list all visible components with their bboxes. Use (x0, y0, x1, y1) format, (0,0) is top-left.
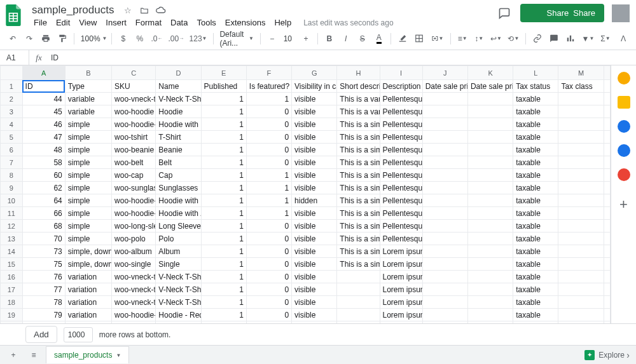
maps-icon[interactable] (618, 168, 630, 181)
cell[interactable]: Tax status (513, 80, 558, 93)
cell[interactable]: Lorem ipsum dolor sit amet, consectetur … (380, 245, 422, 258)
cell[interactable] (422, 271, 467, 283)
cell[interactable]: 1 (246, 169, 291, 182)
row-header[interactable]: 18 (1, 296, 23, 309)
cell[interactable]: taxable (513, 105, 558, 118)
cell[interactable]: simple (65, 220, 111, 233)
cell[interactable] (558, 207, 604, 220)
column-header-B[interactable]: B (65, 66, 111, 80)
cell[interactable]: 1 (201, 207, 246, 220)
menu-view[interactable]: View (74, 15, 101, 30)
borders-button[interactable] (411, 30, 427, 47)
explore-button[interactable]: ✦Explore (584, 350, 631, 360)
row-header[interactable]: 16 (1, 271, 23, 283)
cell[interactable]: simple, downloadable (65, 245, 111, 258)
cell[interactable]: visible (292, 182, 337, 194)
row-header[interactable]: 15 (1, 258, 23, 271)
cell[interactable]: Pellentesque habitant morbi tristique se… (380, 93, 422, 105)
cell[interactable]: Pellentesque habitant morbi tristique se… (380, 207, 422, 220)
cell[interactable] (558, 169, 604, 182)
tasks-icon[interactable] (618, 120, 630, 133)
cell[interactable]: 0 (246, 271, 291, 283)
cell[interactable]: Hoodie with Zipper (156, 207, 201, 220)
cell[interactable] (467, 156, 513, 169)
cell[interactable]: Pellentesque habitant morbi tristique se… (380, 194, 422, 207)
contacts-icon[interactable] (618, 144, 630, 157)
keep-icon[interactable] (618, 96, 630, 109)
cell[interactable]: 1 (201, 309, 246, 321)
cell[interactable]: Lorem ipsum dolor sit amet, consectetur … (380, 283, 422, 296)
name-box[interactable]: A1 (0, 50, 29, 65)
cell[interactable]: 75 (22, 258, 65, 271)
cell[interactable] (422, 105, 467, 118)
cell[interactable]: 0 (246, 131, 291, 144)
row-header[interactable]: 13 (1, 233, 23, 245)
cell[interactable] (467, 93, 513, 105)
cell[interactable]: visible (292, 233, 337, 245)
cell[interactable]: This is a simple (337, 156, 380, 169)
cell[interactable]: 0 (246, 105, 291, 118)
bold-button[interactable]: B (322, 30, 337, 47)
cell[interactable]: simple (65, 144, 111, 156)
cell[interactable] (558, 271, 604, 283)
row-header[interactable]: 4 (1, 118, 23, 131)
row-header[interactable]: 11 (1, 207, 23, 220)
row-header[interactable]: 6 (1, 144, 23, 156)
decrease-decimals-button[interactable]: .0← (149, 30, 165, 47)
column-header-J[interactable]: J (422, 66, 467, 80)
cell[interactable]: 1 (201, 283, 246, 296)
column-header-I[interactable]: I (380, 66, 422, 80)
cell[interactable]: 1 (201, 93, 246, 105)
cell[interactable]: This is a simple (337, 131, 380, 144)
cell[interactable]: Pellentesque habitant morbi tristique se… (380, 169, 422, 182)
paint-format-button[interactable] (55, 30, 70, 47)
cell[interactable]: variable (65, 93, 111, 105)
cell[interactable]: woo-hoodie-with (112, 118, 156, 131)
cell[interactable]: V-Neck T-Shirt - (156, 271, 201, 283)
cell[interactable]: 1 (201, 258, 246, 271)
menu-tools[interactable]: Tools (192, 15, 220, 30)
cell[interactable]: 0 (246, 220, 291, 233)
menu-file[interactable]: File (29, 15, 52, 30)
cell[interactable]: Pellentesque habitant morbi tristique se… (380, 220, 422, 233)
row-header[interactable]: 17 (1, 283, 23, 296)
cell[interactable]: 1 (246, 194, 291, 207)
cell[interactable]: taxable (513, 118, 558, 131)
more-formats-button[interactable]: 123▼ (188, 30, 209, 47)
cloud-status-icon[interactable] (156, 5, 166, 15)
cell[interactable]: 47 (22, 131, 65, 144)
cell[interactable] (558, 194, 604, 207)
cell[interactable] (558, 296, 604, 309)
zoom-select[interactable]: 100%▼ (78, 34, 107, 43)
cell[interactable]: 1 (246, 207, 291, 220)
cell[interactable]: variation (65, 271, 111, 283)
wrap-button[interactable]: ↩▼ (488, 30, 504, 47)
cell[interactable]: ID (22, 80, 65, 93)
cell[interactable]: woo-belt (112, 156, 156, 169)
cell[interactable]: 0 (246, 245, 291, 258)
cell[interactable]: This is a simple (337, 144, 380, 156)
cell[interactable]: Lorem ipsum dolor sit amet, consectetur … (380, 309, 422, 321)
cell[interactable]: 64 (22, 194, 65, 207)
cell[interactable]: taxable (513, 296, 558, 309)
cell[interactable] (422, 296, 467, 309)
cell[interactable]: 1 (201, 220, 246, 233)
cell[interactable] (558, 93, 604, 105)
cell[interactable]: woo-album (112, 245, 156, 258)
cell[interactable]: taxable (513, 258, 558, 271)
cell[interactable]: 1 (201, 156, 246, 169)
cell[interactable]: taxable (513, 245, 558, 258)
cell[interactable]: simple (65, 233, 111, 245)
cell[interactable]: woo-tshirt (112, 131, 156, 144)
cell[interactable]: Polo (156, 233, 201, 245)
cell[interactable]: 66 (22, 207, 65, 220)
cell[interactable]: Pellentesque habitant morbi tristique se… (380, 182, 422, 194)
cell[interactable] (558, 233, 604, 245)
halign-button[interactable]: ≡▼ (455, 30, 470, 47)
cell[interactable]: This is a simple, (337, 258, 380, 271)
cell[interactable]: 1 (201, 144, 246, 156)
cell[interactable]: Hoodie (156, 105, 201, 118)
cell[interactable]: This is a simple (337, 233, 380, 245)
cell[interactable] (422, 182, 467, 194)
cell[interactable]: Short description (337, 80, 380, 93)
